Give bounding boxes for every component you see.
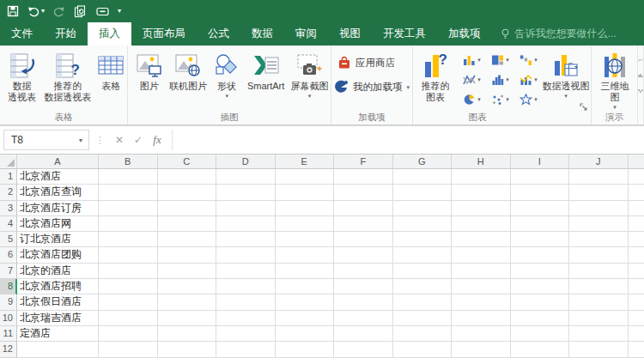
cell[interactable]	[216, 185, 276, 200]
column-header-a[interactable]: A	[17, 155, 99, 168]
column-header-d[interactable]: D	[216, 155, 276, 168]
sparkline-column-button-partial[interactable]	[638, 68, 643, 83]
cell[interactable]	[99, 201, 158, 216]
cell[interactable]	[158, 326, 217, 342]
cell[interactable]	[569, 185, 629, 200]
cell[interactable]	[334, 232, 393, 247]
cell-a8[interactable]: 北京酒店招聘	[17, 279, 99, 294]
column-header-h[interactable]: H	[452, 155, 511, 168]
recommended-charts-button[interactable]: ? 推荐的 图表	[415, 48, 456, 103]
cell[interactable]	[452, 279, 511, 294]
cell[interactable]	[393, 279, 453, 294]
cell[interactable]	[452, 311, 511, 326]
insert-combo-chart-button[interactable]: ▾	[514, 70, 543, 89]
cell[interactable]	[334, 185, 393, 200]
row-header-2[interactable]: 2	[0, 185, 17, 200]
cell[interactable]	[334, 311, 393, 326]
cell[interactable]	[569, 342, 629, 357]
cell[interactable]	[569, 279, 629, 294]
cell[interactable]	[158, 216, 217, 232]
insert-column-chart-button[interactable]: ▾	[458, 50, 486, 70]
name-box-caret-icon[interactable]: ▾	[73, 137, 88, 144]
cell[interactable]	[99, 264, 158, 279]
enter-button[interactable]: ✓	[129, 134, 148, 146]
cell[interactable]	[216, 326, 276, 342]
cell[interactable]	[569, 264, 629, 279]
cell[interactable]	[99, 216, 158, 232]
cell[interactable]	[452, 342, 511, 357]
column-header-i[interactable]: I	[511, 155, 570, 168]
cell[interactable]	[511, 326, 570, 342]
cell[interactable]	[511, 294, 570, 310]
cell[interactable]	[158, 311, 217, 326]
smartart-button[interactable]: SmartArt	[243, 48, 289, 92]
cell[interactable]	[393, 342, 453, 357]
table-button[interactable]: 表格	[95, 48, 127, 92]
cell[interactable]	[393, 201, 453, 216]
cell[interactable]	[334, 342, 393, 357]
cell[interactable]	[452, 201, 511, 216]
cell[interactable]	[334, 169, 393, 185]
tab-insert[interactable]: 插入	[88, 22, 131, 46]
sparkline-line-button-partial[interactable]	[638, 52, 643, 68]
insert-line-chart-button[interactable]: ▾	[458, 70, 486, 89]
cell[interactable]	[629, 247, 644, 263]
insert-radar-chart-button[interactable]: ▾	[514, 89, 543, 109]
cell[interactable]	[569, 247, 629, 263]
cell[interactable]	[511, 279, 570, 294]
cell[interactable]	[158, 279, 217, 294]
charts-dialog-launcher[interactable]	[580, 103, 588, 112]
cell[interactable]	[569, 294, 629, 310]
undo-caret-icon[interactable]: ▾	[41, 8, 45, 15]
cell[interactable]	[158, 201, 217, 216]
column-header-b[interactable]: B	[99, 155, 158, 168]
cell-a10[interactable]: 北京瑞吉酒店	[17, 311, 99, 326]
tab-data[interactable]: 数据	[240, 22, 284, 46]
cell-a2[interactable]: 北京酒店查询	[17, 185, 99, 200]
cell[interactable]	[276, 216, 335, 232]
row-header-10[interactable]: 10	[0, 311, 17, 326]
cell[interactable]	[334, 294, 393, 310]
cell[interactable]	[511, 342, 570, 357]
cancel-button[interactable]: ✕	[110, 134, 129, 146]
cell-a5[interactable]: 订北京酒店	[17, 232, 99, 247]
tab-formulas[interactable]: 公式	[197, 22, 240, 46]
cell[interactable]	[452, 294, 511, 310]
cell[interactable]	[511, 247, 570, 263]
pictures-button[interactable]: 图片	[133, 48, 166, 92]
save-button[interactable]	[7, 5, 19, 17]
row-header-7[interactable]: 7	[0, 264, 17, 279]
cell[interactable]	[452, 169, 511, 185]
cell[interactable]	[276, 279, 335, 294]
pivotchart-button[interactable]: 数据透视图 ▾	[542, 48, 590, 100]
row-header-12[interactable]: 12	[0, 342, 17, 357]
cell[interactable]	[629, 342, 644, 357]
online-pictures-button[interactable]: 联机图片	[166, 48, 211, 92]
cell[interactable]	[216, 247, 276, 263]
my-addins-button[interactable]: 我的加载项 ▾	[335, 80, 410, 94]
insert-function-button[interactable]: fx	[148, 133, 167, 147]
cell[interactable]	[629, 264, 644, 279]
cell[interactable]	[569, 201, 629, 216]
cell[interactable]	[629, 169, 644, 185]
touch-mode-button[interactable]	[96, 6, 109, 16]
tab-developer[interactable]: 开发工具	[372, 22, 437, 46]
cell[interactable]	[629, 311, 644, 326]
cell[interactable]	[334, 201, 393, 216]
cell[interactable]	[276, 342, 335, 357]
tab-addins[interactable]: 加载项	[437, 22, 492, 46]
cell[interactable]	[569, 169, 629, 185]
cell-a7[interactable]: 北京的酒店	[17, 264, 99, 279]
cell[interactable]	[334, 247, 393, 263]
cell[interactable]	[569, 311, 629, 326]
select-all-button[interactable]	[0, 155, 17, 168]
cell[interactable]	[511, 185, 570, 200]
name-box-value[interactable]: T8	[4, 134, 73, 146]
cell[interactable]	[158, 169, 217, 185]
cell[interactable]	[629, 185, 644, 200]
map3d-button[interactable]: 三维地 图▾	[594, 48, 635, 111]
cell[interactable]	[158, 294, 217, 310]
tab-page-layout[interactable]: 页面布局	[131, 22, 197, 46]
sparkline-winloss-button-partial[interactable]	[638, 83, 643, 99]
cell[interactable]	[511, 216, 570, 232]
